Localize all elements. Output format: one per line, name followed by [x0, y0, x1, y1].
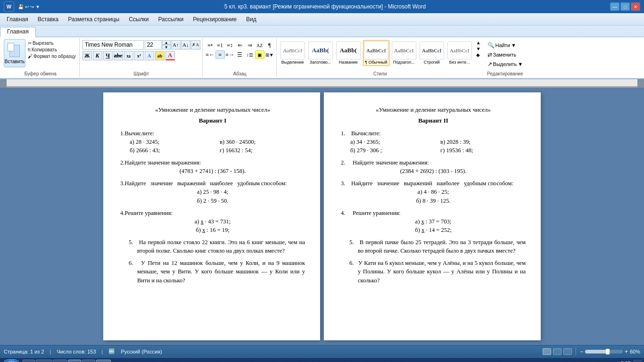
font-color-button[interactable]: А	[165, 51, 175, 60]
taskbar-yandex2[interactable]: Я	[82, 360, 95, 362]
bullets-btn[interactable]: ≡•	[206, 41, 215, 49]
save-quick-btn[interactable]: 💾	[18, 4, 24, 9]
view-buttons	[543, 348, 572, 355]
taskbar-word[interactable]: W	[96, 360, 111, 362]
cut-button[interactable]: ✂ Вырезать	[26, 40, 77, 46]
grow-font-btn[interactable]: A↑	[171, 40, 181, 49]
redo-quick-btn[interactable]: ↪	[30, 4, 34, 9]
v2-task4-b: б) x · 14 = 252;	[341, 226, 526, 234]
numbering-btn[interactable]: ≡1	[215, 41, 225, 49]
status-right: − + 60%	[543, 348, 640, 355]
font-name-input[interactable]: Times New Roman	[83, 40, 144, 49]
select-button[interactable]: ↗ Выделить ▼	[486, 60, 525, 68]
taskbar-explorer[interactable]: 📁	[36, 360, 52, 362]
style-selection[interactable]: AaBbCcI Выделение	[280, 40, 306, 66]
replace-button[interactable]: ⇄ Заменить	[486, 50, 525, 59]
italic-button[interactable]: К	[93, 51, 102, 60]
text-effects-button[interactable]: А	[145, 51, 154, 60]
align-center-btn[interactable]: ≡	[215, 50, 225, 59]
start-button[interactable]	[2, 359, 21, 362]
align-right-btn[interactable]: ≡→	[225, 50, 235, 59]
strikethrough-button[interactable]: abc	[114, 51, 123, 60]
highlight-button[interactable]: ab	[155, 51, 165, 60]
paste-button[interactable]: Вставить	[4, 39, 25, 67]
menu-view[interactable]: Вид	[241, 15, 261, 24]
decrease-indent-btn[interactable]: ⇐	[235, 41, 245, 49]
editing-label: Редактирование	[484, 71, 527, 76]
font-size-input[interactable]: 22	[145, 40, 162, 49]
v1-task2: 2.Найдите значение выражения: (4783 + 27…	[120, 158, 305, 175]
v1-task6: 6. У Пети на 12 машинок больше, чем у Ко…	[120, 259, 305, 284]
menu-mailings[interactable]: Рассылки	[153, 15, 188, 24]
style-no-spacing[interactable]: AaBbCcI Без инте...	[446, 40, 473, 66]
menu-home[interactable]: Главная	[2, 15, 33, 24]
increase-indent-btn[interactable]: ⇒	[245, 41, 255, 49]
style-normal[interactable]: AaBbCcI ¶ Обычный	[363, 40, 389, 66]
v2-task1-row1: а) 34 · 2365; в) 2028 : 39;	[341, 138, 526, 146]
view-fullscreen-btn[interactable]	[553, 348, 561, 355]
bold-button[interactable]: Ж	[83, 51, 92, 60]
v1-task1: 1.Вычислите: а) 28 · 3245; в) 360 · 2450…	[120, 129, 305, 155]
menu-review[interactable]: Рецензирование	[188, 15, 241, 24]
styles-more-btn[interactable]: ◆	[476, 52, 481, 58]
underline-button[interactable]: Ч	[103, 51, 113, 60]
v1-title: «Умножение и деление натуральных чисел»	[120, 106, 305, 115]
editing-group: 🔍 Найти ▼ ⇄ Заменить ↗ Выделить ▼ Редакт…	[484, 38, 527, 77]
v1-task3-b: б) 2 · 59 · 50.	[120, 197, 305, 205]
style-subtitle[interactable]: AaBbCcI Подзагол...	[391, 40, 417, 66]
status-left: Страница: 1 из 2 | Число слов: 153 | 🔤 Р…	[4, 348, 162, 354]
style-heading[interactable]: AaBb( Заголово...	[307, 40, 334, 66]
superscript-button[interactable]: x²	[134, 51, 144, 60]
style-no-spacing-preview: AaBbCcI	[447, 41, 472, 59]
close-btn[interactable]: ✕	[631, 2, 640, 11]
zoom-out-btn[interactable]: −	[580, 348, 583, 355]
font-size-up-btn[interactable]: ▲	[162, 40, 171, 45]
view-print-btn[interactable]	[543, 348, 551, 355]
svg-rect-1	[7, 86, 637, 87]
style-strict[interactable]: AaBbCcI Строгий	[419, 40, 445, 66]
format-painter-button[interactable]: 🖌 Формат по образцу	[26, 53, 77, 59]
line-spacing-btn[interactable]: ↕☰	[245, 50, 255, 59]
clear-format-btn[interactable]: ✗A	[191, 40, 200, 49]
style-title[interactable]: AaBb( Название	[335, 40, 362, 66]
styles-scroll-down[interactable]: ▼	[476, 46, 481, 51]
clipboard-group: Вставить ✂ Вырезать ⎘ Копировать 🖌 Форма…	[2, 38, 80, 77]
undo-quick-btn[interactable]: ↩	[25, 4, 29, 9]
sort-btn[interactable]: AZ	[255, 41, 264, 49]
v1-task2-header: 2.Найдите значение выражения:	[120, 158, 305, 167]
shading-btn[interactable]: ▣	[255, 50, 264, 59]
show-desktop-btn[interactable]	[634, 360, 642, 362]
taskbar-yandex[interactable]: Я	[68, 360, 81, 362]
zoom-controls: − + 60%	[580, 348, 640, 355]
tab-home[interactable]: Главная	[0, 27, 36, 37]
minimize-btn[interactable]: —	[610, 2, 619, 11]
styles-scroll-up[interactable]: ▲	[476, 40, 481, 45]
page-variant2: «Умножение и деление натуральных чисел» …	[324, 92, 541, 340]
zoom-bar[interactable]	[585, 350, 623, 354]
multilevel-btn[interactable]: ≡↕	[225, 41, 235, 49]
justify-btn[interactable]: ☰	[235, 50, 245, 59]
shrink-font-btn[interactable]: A↓	[181, 40, 190, 49]
v2-task6-body: 6. У Кати на 6 кукол меньше, чем у Алёны…	[341, 259, 526, 284]
zoom-in-btn[interactable]: +	[625, 348, 628, 355]
taskbar-media[interactable]: ▶	[53, 360, 67, 362]
subscript-button[interactable]: x₂	[124, 51, 133, 60]
svg-rect-0	[7, 80, 637, 87]
show-para-btn[interactable]: ¶	[265, 41, 274, 49]
maximize-btn[interactable]: □	[620, 2, 630, 11]
borders-btn[interactable]: ⊞▼	[265, 50, 274, 59]
menu-insert[interactable]: Вставка	[33, 15, 64, 24]
align-left-btn[interactable]: ≡←	[206, 50, 215, 59]
view-web-btn[interactable]	[563, 348, 572, 355]
v1-task6-body: 6. У Пети на 12 машинок больше, чем у Ко…	[120, 259, 305, 284]
copy-button[interactable]: ⎘ Копировать	[26, 47, 77, 53]
find-button[interactable]: 🔍 Найти ▼	[486, 41, 525, 49]
dropdown-quick-btn[interactable]: ▼	[35, 4, 40, 9]
word-icon: W	[4, 1, 14, 12]
taskbar-ie[interactable]: e	[23, 360, 35, 362]
v2-task2: 2. Найдите значение выражения: (2384 + 2…	[341, 158, 526, 175]
taskbar-apps: e 📁 ▶ Я Я W	[23, 360, 552, 362]
font-size-down-btn[interactable]: ▼	[162, 45, 171, 49]
menu-references[interactable]: Ссылки	[124, 15, 153, 24]
menu-page-layout[interactable]: Разметка страницы	[63, 15, 124, 24]
